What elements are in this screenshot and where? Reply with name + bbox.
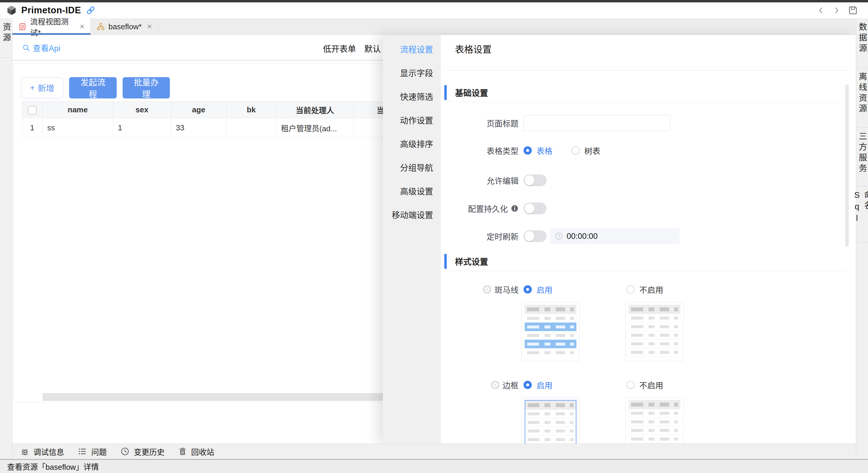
- action-buttons: + 新增 发起流程 批量办理: [21, 77, 170, 98]
- bottom-bar: 调试信息 问题 变更历史: [13, 443, 856, 459]
- left-rail-item-resources[interactable]: 资源: [0, 18, 12, 58]
- info-icon[interactable]: [511, 205, 519, 212]
- basic-section-header: 基础设置: [441, 85, 856, 100]
- style-section-header: 样式设置: [441, 254, 856, 269]
- right-rail-item-third-party-services[interactable]: 三方服务: [856, 128, 868, 186]
- table-type-radio-table[interactable]: [524, 146, 532, 155]
- column-header[interactable]: 当前处理人: [276, 102, 354, 118]
- change-history-item[interactable]: 变更历史: [120, 446, 164, 457]
- default-label[interactable]: 默认: [364, 42, 381, 54]
- batch-handle-button[interactable]: 批量办理: [123, 77, 170, 98]
- link-icon[interactable]: [86, 5, 96, 16]
- trash-icon: [178, 447, 187, 456]
- menu-item-display-fields[interactable]: 显示字段: [383, 61, 441, 85]
- select-all-checkbox-cell[interactable]: [22, 102, 42, 118]
- panel-scrollbar[interactable]: [845, 84, 849, 247]
- history-clock-icon: [120, 447, 130, 456]
- zebra-on-preview[interactable]: [522, 302, 580, 361]
- right-rail-item-named-sql[interactable]: 命名Sql: [856, 186, 868, 242]
- gear-icon[interactable]: [491, 381, 500, 389]
- border-off-preview[interactable]: [625, 397, 684, 443]
- page-title-input[interactable]: [524, 115, 670, 131]
- right-rail-item-datasource[interactable]: 数据源: [856, 18, 868, 68]
- search-icon: [22, 44, 30, 52]
- menu-item-group-nav[interactable]: 分组导航: [383, 155, 441, 179]
- zebra-previews: [522, 302, 856, 361]
- plus-icon: +: [30, 83, 35, 92]
- menu-item-advanced-sort[interactable]: 高级排序: [383, 132, 441, 155]
- time-value: 00:00:00: [567, 232, 598, 241]
- column-header[interactable]: bk: [226, 102, 276, 118]
- menu-item-quick-filter[interactable]: 快速筛选: [383, 85, 441, 108]
- save-icon[interactable]: [848, 5, 858, 16]
- tab-close-icon[interactable]: ×: [80, 22, 85, 31]
- recycle-bin-item[interactable]: 回收站: [178, 446, 214, 457]
- nav-back-icon[interactable]: [817, 6, 825, 14]
- zebra-row: 斑马线 启用 不启用: [441, 281, 856, 298]
- border-row: 边框 启用 不启用: [441, 377, 856, 393]
- tabbar: 流程视图测试* × baseflow* ×: [12, 18, 856, 35]
- table-row[interactable]: 1 ss 1 33 租户管理员(ad...: [22, 118, 415, 138]
- settings-panel: 流程设置 显示字段 快速筛选 动作设置 高级排序 分组导航 高级设置 移动端设置…: [383, 35, 856, 443]
- start-flow-button[interactable]: 发起流程: [69, 77, 117, 98]
- left-rail: 资源: [0, 18, 12, 459]
- clock-icon: [555, 232, 563, 240]
- table-type-row: 表格类型 表格 树表: [441, 142, 856, 159]
- debug-info-item[interactable]: 调试信息: [20, 446, 64, 457]
- zebra-radio-enable[interactable]: [524, 285, 532, 294]
- tab-close-icon[interactable]: ×: [147, 22, 152, 31]
- add-button[interactable]: + 新增: [21, 77, 63, 98]
- table-header-row: name sex age bk 当前处理人 当前: [22, 102, 415, 118]
- section-accent-bar: [444, 85, 447, 100]
- menu-item-flow-settings[interactable]: 流程设置: [383, 37, 441, 61]
- gear-icon[interactable]: [483, 285, 492, 294]
- settings-content: 表格设置 基础设置 页面标题 表格类型 表格 树表: [441, 35, 856, 443]
- divider: [445, 70, 851, 71]
- allow-edit-row: 允许编辑: [441, 172, 856, 188]
- age-cell: 33: [171, 118, 226, 138]
- column-header[interactable]: sex: [113, 102, 171, 118]
- view-api-link[interactable]: 查看Api: [22, 42, 60, 54]
- right-rail-item-offline-resources[interactable]: 离线资源: [856, 68, 868, 128]
- page-title-row: 页面标题: [441, 115, 856, 131]
- status-text: 查看资源「baseflow」详情: [7, 461, 99, 472]
- zebra-off-preview[interactable]: [625, 302, 684, 361]
- tab-flow-view-test[interactable]: 流程视图测试* ×: [12, 18, 91, 35]
- sex-cell: 1: [113, 118, 171, 138]
- border-radio-enable[interactable]: [524, 381, 532, 389]
- bk-cell: [226, 118, 276, 138]
- menu-item-advanced-settings[interactable]: 高级设置: [383, 179, 441, 203]
- timed-refresh-toggle[interactable]: [524, 230, 547, 242]
- settings-menu: 流程设置 显示字段 快速筛选 动作设置 高级排序 分组导航 高级设置 移动端设置: [383, 35, 441, 443]
- persistence-toggle[interactable]: [524, 203, 547, 214]
- border-previews: [522, 397, 856, 443]
- column-header[interactable]: age: [171, 102, 226, 118]
- current-handler-cell: 租户管理员(ad...: [276, 118, 354, 138]
- select-all-checkbox[interactable]: [28, 106, 37, 115]
- list-icon: [78, 447, 87, 456]
- low-code-form-label[interactable]: 低开表单: [323, 42, 356, 54]
- column-header[interactable]: name: [42, 102, 113, 118]
- timed-refresh-row: 定时刷新 00:00:00: [441, 228, 856, 244]
- app-title: Primeton-IDE: [21, 5, 81, 16]
- titlebar: Primeton-IDE: [0, 2, 868, 18]
- nav-forward-icon[interactable]: [833, 6, 840, 14]
- tab-baseflow[interactable]: baseflow* ×: [91, 18, 158, 35]
- time-picker[interactable]: 00:00:00: [550, 228, 680, 244]
- zebra-radio-disable[interactable]: [626, 285, 634, 294]
- problems-item[interactable]: 问题: [78, 446, 107, 457]
- tab-label: baseflow*: [108, 22, 142, 31]
- divider: [448, 271, 845, 271]
- data-table: name sex age bk 当前处理人 当前 1 ss 1 33: [22, 101, 415, 138]
- allow-edit-toggle[interactable]: [524, 174, 547, 186]
- name-cell: ss: [42, 118, 113, 138]
- persistence-row: 配置持久化: [441, 200, 856, 217]
- panel-title: 表格设置: [455, 44, 856, 56]
- table-type-radio-tree[interactable]: [571, 146, 580, 155]
- menu-item-action-settings[interactable]: 动作设置: [383, 108, 441, 132]
- border-radio-disable[interactable]: [626, 381, 634, 389]
- menu-item-mobile-settings[interactable]: 移动端设置: [383, 203, 441, 227]
- border-on-preview[interactable]: [522, 397, 580, 443]
- form-document-icon: [18, 23, 27, 31]
- window-top-strip: [0, 0, 868, 2]
